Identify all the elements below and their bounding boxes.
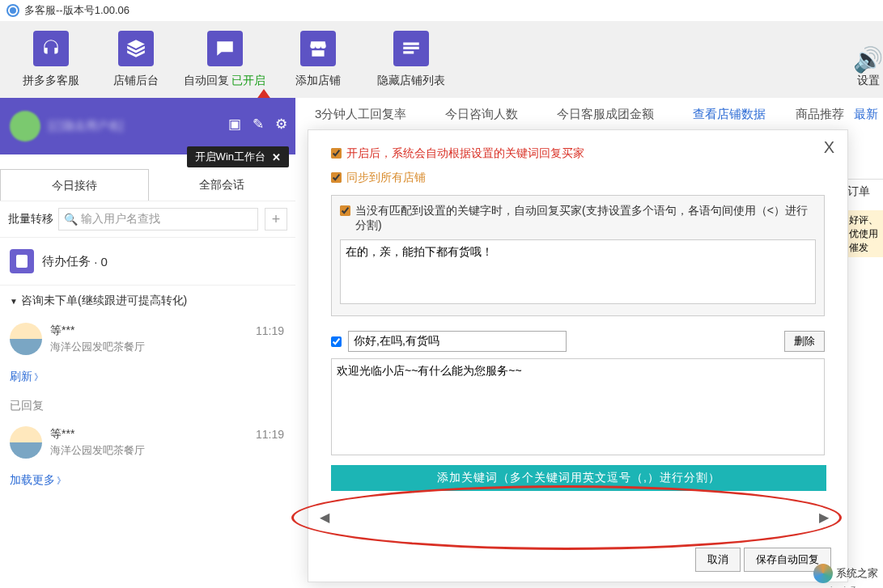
- user-header: [已隐去用户名] ▣ ✎ ⚙ 开启Win工作台 ✕: [0, 98, 295, 154]
- search-icon: 🔍: [64, 213, 78, 226]
- clipboard-icon: [10, 249, 34, 273]
- main-toolbar: 拼多多客服 店铺后台 自动回复 已开启 添加店铺 隐藏店铺列表 🔊 设置: [0, 21, 883, 98]
- toolbar-pdd-service[interactable]: 拼多多客服: [8, 31, 93, 88]
- batch-transfer-link[interactable]: 批量转移: [8, 212, 53, 226]
- toolbar-label: 添加店铺: [295, 74, 341, 88]
- default-reply-checkbox[interactable]: [340, 205, 350, 216]
- notice-banner: 好评、优使用催发: [847, 210, 883, 257]
- todo-count: 0: [101, 255, 108, 269]
- right-sidebar-strip: 订单 好评、优使用催发: [847, 179, 883, 257]
- conv-name: 等***: [50, 427, 145, 442]
- section-label: 咨询未下单(继续跟进可提高转化): [21, 294, 187, 308]
- toolbar-add-shop[interactable]: 添加店铺: [271, 31, 364, 88]
- conversation-item[interactable]: 等*** 海洋公园发吧茶餐厅 11:19: [0, 316, 295, 362]
- enable-description: 开启后，系统会自动根据设置的关键词回复买家: [346, 146, 584, 161]
- avatar: [10, 323, 42, 355]
- toolbar-settings[interactable]: 🔊 设置: [853, 45, 883, 88]
- avatar: [10, 426, 42, 459]
- watermark-url: www.winwin7.com: [803, 585, 875, 588]
- caret-down-icon: ▼: [10, 297, 18, 306]
- todo-sep: ·: [91, 255, 101, 269]
- user-avatar[interactable]: [10, 111, 40, 142]
- list-icon: [393, 31, 429, 66]
- watermark-logo-icon: [813, 564, 833, 583]
- keyword-input[interactable]: [348, 331, 567, 352]
- conv-sub: 海洋公园发吧茶餐厅: [50, 340, 145, 354]
- watermark-text: 系统之家: [836, 566, 878, 581]
- default-reply-textarea[interactable]: 在的，亲，能拍下都有货哦！: [340, 239, 816, 304]
- workspace-tooltip: 开启Win工作台 ✕: [187, 146, 289, 167]
- stat-inquiries[interactable]: 今日咨询人数: [426, 107, 537, 122]
- stat-tabs: 3分钟人工回复率 今日咨询人数 今日客服成团金额 查看店铺数据 商品推荐 最新: [295, 98, 883, 130]
- headset-icon: [33, 31, 69, 66]
- default-reply-panel: 当没有匹配到设置的关键字时，自动回复买家(支持设置多个语句，各语句间使用（<）进…: [331, 195, 825, 316]
- chat-icon: [207, 31, 243, 66]
- speaker-icon: 🔊: [853, 45, 883, 74]
- refresh-link[interactable]: 刷新》: [0, 362, 295, 392]
- conv-sub: 海洋公园发吧茶餐厅: [50, 443, 145, 458]
- titlebar: 多客服--版本号1.00.06: [0, 0, 883, 21]
- toolbar-label: 自动回复 已开启: [184, 74, 266, 88]
- scroll-left-icon[interactable]: ◀: [320, 510, 329, 525]
- tab-all[interactable]: 全部会话: [149, 169, 296, 201]
- default-reply-desc: 当没有匹配到设置的关键字时，自动回复买家(支持设置多个语句，各语句间使用（<）进…: [355, 204, 816, 233]
- product-recommend[interactable]: 商品推荐: [796, 107, 849, 122]
- section-unordered[interactable]: ▼ 咨询未下单(继续跟进可提高转化): [0, 286, 295, 316]
- stat-revenue[interactable]: 今日客服成团金额: [537, 107, 673, 122]
- monitor-icon[interactable]: ▣: [228, 116, 241, 133]
- watermark: 系统之家 www.winwin7.com: [813, 564, 878, 583]
- keyword-checkbox[interactable]: [331, 336, 342, 347]
- left-panel: [已隐去用户名] ▣ ✎ ⚙ 开启Win工作台 ✕ 今日接待 全部会话 批量转移…: [0, 98, 295, 588]
- layers-icon: [118, 31, 154, 66]
- search-placeholder: 输入用户名查找: [81, 212, 160, 226]
- modal-footer: 取消 保存自动回复: [695, 548, 831, 572]
- conversation-item[interactable]: 等*** 海洋公园发吧茶餐厅 11:19: [0, 420, 295, 465]
- tab-today[interactable]: 今日接待: [0, 169, 149, 201]
- sync-description: 同步到所有店铺: [346, 171, 426, 185]
- order-tab[interactable]: 订单: [847, 179, 883, 204]
- toolbar-label: 拼多多客服: [23, 74, 79, 88]
- search-row: 批量转移 🔍 输入用户名查找 +: [0, 201, 295, 238]
- replied-label: 已回复: [0, 392, 295, 420]
- conv-name: 等***: [50, 324, 145, 338]
- delete-button[interactable]: 删除: [784, 331, 825, 352]
- tooltip-text: 开启Win工作台: [195, 150, 265, 164]
- scroll-right-icon[interactable]: ▶: [819, 510, 829, 525]
- stat-reply-rate[interactable]: 3分钟人工回复率: [295, 107, 426, 122]
- toolbar-label: 隐藏店铺列表: [377, 74, 445, 88]
- app-title: 多客服--版本号1.00.06: [24, 3, 129, 18]
- sync-checkbox[interactable]: [331, 172, 342, 183]
- todo-row[interactable]: 待办任务 · 0: [0, 238, 295, 286]
- load-more-link[interactable]: 加载更多》: [0, 465, 295, 496]
- keyword-row: 删除: [331, 331, 825, 352]
- toolbar-hide-shops[interactable]: 隐藏店铺列表: [364, 31, 457, 88]
- toolbar-auto-reply[interactable]: 自动回复 已开启: [178, 31, 271, 88]
- add-button[interactable]: +: [265, 208, 287, 231]
- user-name: [已隐去用户名]: [49, 119, 123, 133]
- auto-reply-modal: X 开启后，系统会自动根据设置的关键词回复买家 同步到所有店铺 当没有匹配到设置…: [308, 129, 848, 582]
- shop-icon: [300, 31, 336, 66]
- chevron-right-icon: 》: [57, 476, 66, 485]
- conversation-tabs: 今日接待 全部会话: [0, 169, 295, 201]
- cancel-button[interactable]: 取消: [695, 548, 741, 572]
- toolbar-label: 店铺后台: [113, 74, 159, 88]
- chevron-right-icon: 》: [34, 372, 43, 382]
- gear-icon[interactable]: ⚙: [275, 116, 287, 133]
- enable-checkbox[interactable]: [331, 148, 342, 159]
- conv-time: 11:19: [256, 324, 284, 337]
- todo-label: 待办任务: [42, 254, 91, 269]
- conv-time: 11:19: [256, 428, 284, 441]
- tooltip-close-icon[interactable]: ✕: [272, 151, 281, 163]
- toolbar-shop-backend[interactable]: 店铺后台: [93, 31, 178, 88]
- stat-shop-data[interactable]: 查看店铺数据: [673, 107, 785, 122]
- welcome-textarea[interactable]: 欢迎光临小店~~有什么能为您服务~~: [331, 358, 825, 455]
- edit-icon[interactable]: ✎: [253, 116, 264, 133]
- app-logo-icon: [6, 4, 19, 17]
- latest-link[interactable]: 最新: [849, 107, 883, 122]
- add-keyword-button[interactable]: 添加关键词（多个关键词用英文逗号（,）进行分割）: [331, 465, 826, 491]
- modal-close-button[interactable]: X: [824, 138, 834, 157]
- search-input[interactable]: 🔍 输入用户名查找: [58, 208, 258, 231]
- settings-label: 设置: [853, 74, 883, 88]
